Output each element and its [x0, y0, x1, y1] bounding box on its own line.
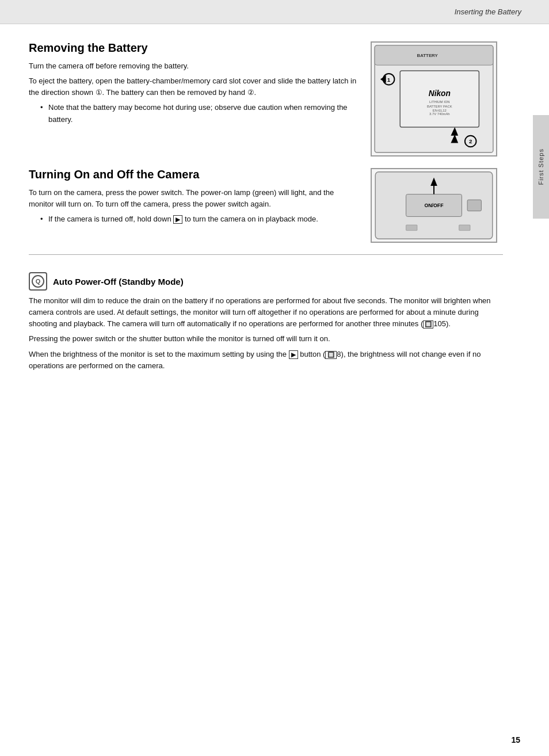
note-para3-ref-num: 8: [337, 350, 341, 358]
svg-text:Nikon: Nikon: [429, 89, 451, 98]
section2-title: Turning On and Off the Camera: [29, 168, 359, 181]
battery-svg: BATTERY 1 Nikon LITHIUM ION BATTERY PACK…: [372, 43, 496, 155]
note-para1: The monitor will dim to reduce the drain…: [29, 295, 503, 330]
section1-text: Removing the Battery Turn the camera off…: [29, 41, 359, 156]
svg-rect-21: [467, 200, 481, 211]
note-icon: Q: [29, 272, 47, 291]
note-para3-prefix: When the brightness of the monitor is se…: [29, 350, 289, 358]
svg-text:BATTERY: BATTERY: [417, 53, 439, 58]
section1-title: Removing the Battery: [29, 41, 359, 55]
note-para2: Pressing the power switch or the shutter…: [29, 333, 503, 345]
section2-bullet1-suffix: to turn the camera on in playback mode.: [182, 215, 318, 223]
section1-para2: To eject the battery, open the battery-c…: [29, 75, 359, 98]
divider: [29, 254, 503, 255]
note-para3-suffix-prefix: button (: [298, 350, 326, 358]
note-ref1: 🔲: [423, 320, 433, 329]
section2-bullet1-prefix: If the camera is turned off, hold down: [48, 215, 173, 223]
page: Inserting the Battery First Steps Removi…: [0, 0, 549, 756]
svg-rect-6: [400, 71, 479, 127]
note-title: Auto Power-Off (Standby Mode): [53, 277, 184, 287]
page-number: 15: [0, 730, 549, 756]
note-para1-text: The monitor will dim to reduce the drain…: [29, 296, 491, 328]
svg-text:1: 1: [387, 77, 391, 83]
camera-diagram: ON/OFF: [371, 168, 497, 243]
standby-icon-svg: Q: [31, 274, 45, 288]
note-para3-box: ▶: [289, 350, 298, 359]
svg-text:3.7V 740mAh: 3.7V 740mAh: [429, 112, 450, 116]
section2-playback-icon: ▶: [173, 215, 182, 224]
svg-text:EN-EL12: EN-EL12: [433, 109, 447, 112]
section2-row: Turning On and Off the Camera To turn on…: [29, 168, 503, 243]
section1-image-col: BATTERY 1 Nikon LITHIUM ION BATTERY PACK…: [371, 41, 503, 156]
header-title: Inserting the Battery: [455, 7, 521, 16]
svg-text:ON/OFF: ON/OFF: [425, 203, 444, 208]
camera-svg: ON/OFF: [372, 169, 496, 242]
section2-text: Turning On and Off the Camera To turn on…: [29, 168, 359, 243]
note-para3-ref: 🔲: [325, 351, 337, 359]
section2-para1: To turn on the camera, press the power s…: [29, 187, 359, 210]
section1-bullet1: Note that the battery may become hot dur…: [40, 102, 359, 125]
svg-rect-22: [406, 225, 417, 231]
section2-bullet1: If the camera is turned off, hold down ▶…: [40, 213, 359, 225]
section2-image-col: ON/OFF: [371, 168, 503, 243]
section1-para1: Turn the camera off before removing the …: [29, 60, 359, 72]
note-ref1-num: 105: [433, 319, 446, 328]
note-para1-end: ).: [446, 319, 451, 328]
header-bar: Inserting the Battery: [0, 0, 549, 24]
battery-diagram: BATTERY 1 Nikon LITHIUM ION BATTERY PACK…: [371, 41, 497, 156]
note-para3: When the brightness of the monitor is se…: [29, 349, 503, 372]
main-content: Removing the Battery Turn the camera off…: [0, 24, 549, 730]
svg-text:BATTERY PACK: BATTERY PACK: [427, 105, 452, 108]
svg-text:LITHIUM ION: LITHIUM ION: [429, 100, 450, 104]
svg-text:2: 2: [469, 138, 472, 144]
svg-text:Q: Q: [36, 278, 41, 285]
svg-rect-23: [459, 225, 470, 231]
note-section: Q Auto Power-Off (Standby Mode) The moni…: [29, 272, 503, 372]
note-header: Q Auto Power-Off (Standby Mode): [29, 272, 503, 291]
section1-row: Removing the Battery Turn the camera off…: [29, 41, 503, 156]
